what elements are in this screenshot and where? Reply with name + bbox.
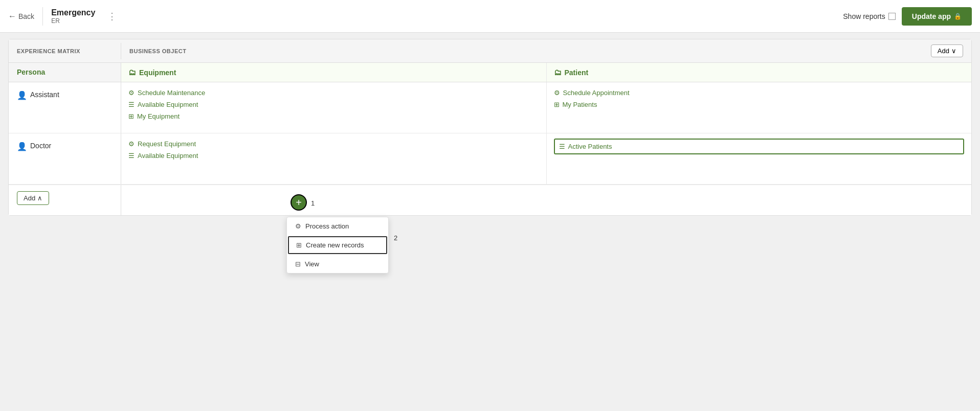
persona-header-cell: Persona — [9, 63, 121, 82]
dropdown-menu: ⚙ Process action ⊞ Create new records ⊟ … — [286, 217, 389, 273]
add-button-top-container: Add ∨ — [923, 39, 971, 62]
plus-icon: + — [296, 197, 302, 209]
business-object-header: BUSINESS OBJECT — [121, 43, 923, 59]
schedule-appointment-label: Schedule Appointment — [563, 89, 630, 97]
bo-headers-row: Persona 🗂 Equipment 🗂 Patient — [9, 63, 971, 82]
persona-name-assistant: Assistant — [30, 90, 59, 99]
persona-col-header: Persona — [9, 63, 121, 81]
active-patients-item[interactable]: ☰ Active Patients — [554, 139, 965, 154]
back-arrow-icon: ← — [8, 12, 16, 21]
create-new-records-icon: ⊞ — [296, 241, 302, 249]
back-label: Back — [18, 12, 34, 20]
bottom-row: Add ∧ — [9, 185, 971, 215]
available-equipment-icon: ☰ — [128, 101, 135, 108]
persona-name-doctor: Doctor — [30, 142, 51, 150]
my-equipment-icon: ⊞ — [128, 112, 134, 120]
app-title: Emergency — [51, 8, 95, 17]
equipment-col-doctor: ⚙ Request Equipment ☰ Available Equipmen… — [121, 133, 547, 184]
create-new-records-item[interactable]: ⊞ Create new records — [288, 236, 387, 254]
plus-button-row: + 1 — [291, 194, 397, 212]
matrix-header-row: EXPERIENCE MATRIX BUSINESS OBJECT Add ∨ — [9, 39, 971, 63]
patient-header-label: Patient — [565, 68, 589, 77]
patient-col-assistant: ⚙ Schedule Appointment ⊞ My Patients — [547, 82, 972, 133]
experience-matrix-header: EXPERIENCE MATRIX — [9, 43, 121, 59]
list-item[interactable]: ☰ Available Equipment — [128, 150, 539, 161]
update-app-label: Update app — [912, 12, 951, 20]
list-item[interactable]: ⚙ Schedule Appointment — [554, 87, 965, 98]
patient-icon: 🗂 — [554, 68, 562, 77]
process-action-label: Process action — [305, 222, 349, 230]
view-item[interactable]: ⊟ View — [287, 255, 388, 273]
show-reports-label: Show reports — [843, 12, 885, 20]
header-divider — [42, 7, 43, 26]
create-new-records-label: Create new records — [306, 241, 364, 249]
process-action-icon: ⚙ — [295, 222, 301, 230]
patient-header: 🗂 Patient — [547, 63, 972, 82]
schedule-maintenance-icon: ⚙ — [128, 89, 135, 97]
add-item-button[interactable]: + — [291, 194, 307, 211]
app-subtitle: ER — [51, 17, 95, 25]
step2-label: 2 — [394, 234, 397, 242]
persona-cell-doctor: 👤 Doctor — [9, 133, 121, 184]
equipment-icon: 🗂 — [128, 68, 136, 77]
update-app-button[interactable]: Update app 🔒 — [902, 7, 972, 26]
available-equipment-label: Available Equipment — [138, 101, 198, 108]
view-icon: ⊟ — [295, 260, 301, 268]
persona-cell-assistant: 👤 Assistant — [9, 82, 121, 133]
bottom-persona-area: Add ∧ — [9, 185, 121, 215]
bottom-empty-area — [121, 185, 971, 215]
view-label: View — [305, 260, 319, 268]
dropdown-row: ⚙ Process action ⊞ Create new records ⊟ … — [286, 215, 397, 273]
chevron-down-icon: ∨ — [951, 47, 956, 55]
top-bar: ← Back Emergency ER ⋮ Show reports Updat… — [0, 0, 980, 33]
list-item[interactable]: ⊞ My Equipment — [128, 111, 539, 122]
persona-icon-doctor: 👤 — [17, 142, 27, 151]
patient-col-doctor: ☰ Active Patients — [547, 133, 972, 184]
menu-dots-icon[interactable]: ⋮ — [103, 9, 121, 24]
add-button-bottom[interactable]: Add ∧ — [17, 191, 49, 205]
main-content: EXPERIENCE MATRIX BUSINESS OBJECT Add ∨ … — [0, 33, 980, 411]
step1-label: 1 — [311, 199, 315, 207]
active-patients-icon: ☰ — [559, 143, 565, 150]
table-row: 👤 Doctor ⚙ Request Equipment ☰ Available… — [9, 133, 971, 185]
request-equipment-icon: ⚙ — [128, 140, 135, 148]
process-action-item[interactable]: ⚙ Process action — [287, 217, 388, 235]
bo-area-doctor: ⚙ Request Equipment ☰ Available Equipmen… — [121, 133, 971, 184]
equipment-header-label: Equipment — [139, 68, 176, 77]
show-reports-container: Show reports — [843, 12, 895, 20]
bo-area-assistant: ⚙ Schedule Maintenance ☰ Available Equip… — [121, 82, 971, 133]
chevron-up-icon: ∧ — [37, 194, 42, 202]
my-equipment-label: My Equipment — [137, 112, 180, 120]
my-patients-icon: ⊞ — [554, 101, 560, 108]
my-patients-label: My Patients — [563, 101, 597, 108]
active-patients-label: Active Patients — [568, 143, 612, 150]
app-title-block: Emergency ER — [51, 8, 95, 25]
list-item[interactable]: ⚙ Request Equipment — [128, 139, 539, 149]
list-item[interactable]: ⊞ My Patients — [554, 99, 965, 110]
available-equipment2-icon: ☰ — [128, 152, 135, 159]
add-button-top[interactable]: Add ∨ — [931, 44, 963, 57]
lock-icon: 🔒 — [954, 13, 962, 20]
show-reports-checkbox[interactable] — [888, 13, 896, 20]
popup-area: + 1 ⚙ Process action ⊞ Create new record… — [286, 194, 397, 273]
matrix-container: EXPERIENCE MATRIX BUSINESS OBJECT Add ∨ … — [8, 39, 972, 216]
available-equipment2-label: Available Equipment — [138, 152, 198, 159]
request-equipment-label: Request Equipment — [138, 140, 196, 148]
equipment-header: 🗂 Equipment — [121, 63, 547, 82]
add-top-label: Add — [938, 47, 949, 55]
back-button[interactable]: ← Back — [8, 12, 34, 21]
schedule-maintenance-label: Schedule Maintenance — [138, 89, 205, 97]
table-row: 👤 Assistant ⚙ Schedule Maintenance ☰ Ava… — [9, 82, 971, 133]
add-bottom-label: Add — [24, 194, 35, 202]
persona-icon-assistant: 👤 — [17, 90, 27, 100]
list-item[interactable]: ☰ Available Equipment — [128, 99, 539, 110]
list-item[interactable]: ⚙ Schedule Maintenance — [128, 87, 539, 98]
schedule-appointment-icon: ⚙ — [554, 89, 560, 97]
equipment-col-assistant: ⚙ Schedule Maintenance ☰ Available Equip… — [121, 82, 547, 133]
